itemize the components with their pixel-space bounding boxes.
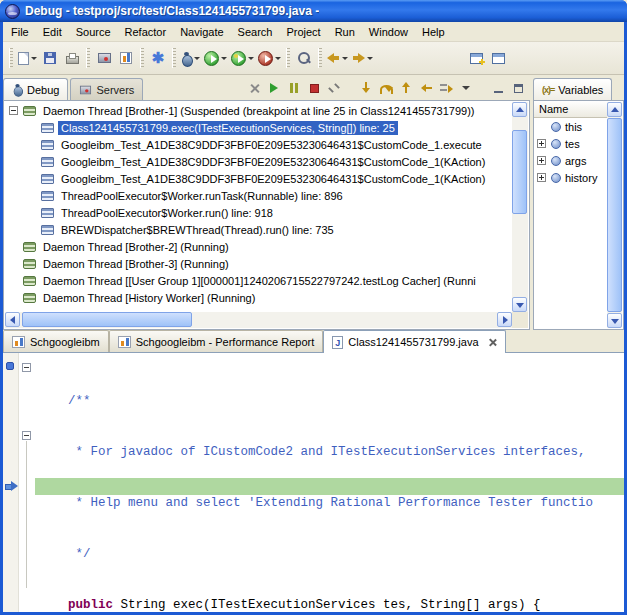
code-line[interactable]: /** — [38, 393, 624, 410]
save-button[interactable] — [39, 46, 61, 70]
scrollbar-thumb[interactable] — [607, 118, 622, 312]
toolbar-group-handle — [172, 48, 176, 68]
stack-frame-icon — [41, 174, 54, 184]
code-line[interactable]: public String exec(ITestExecutionService… — [38, 597, 624, 612]
external-tools-button[interactable] — [256, 46, 283, 70]
profile-button[interactable] — [229, 46, 256, 70]
dropdown-arrow-icon — [31, 57, 37, 60]
scrollbar-thumb[interactable] — [22, 312, 192, 327]
editor-tab-class-java[interactable]: Class1241455731799.java — [323, 330, 505, 353]
use-step-filters-button[interactable] — [437, 79, 455, 97]
tree-row[interactable]: ThreadPoolExecutor$Worker.runTask(Runnab… — [5, 187, 512, 204]
run-button[interactable] — [202, 46, 229, 70]
tab-servers[interactable]: Servers — [70, 78, 143, 100]
step-return-button[interactable] — [397, 79, 415, 97]
performance-test-icon — [12, 336, 25, 348]
tree-row[interactable]: Daemon Thread [Brother-2] (Running) — [5, 238, 512, 255]
debug-tree-body: Daemon Thread [Brother-1] (Suspended (br… — [3, 100, 530, 330]
scroll-down-button[interactable] — [607, 313, 622, 328]
eclipse-logo-icon[interactable] — [5, 4, 20, 19]
search-button[interactable] — [293, 46, 315, 70]
step-over-button[interactable] — [377, 79, 395, 97]
menubar: File Edit Source Refactor Navigate Searc… — [3, 22, 624, 42]
drop-to-frame-icon — [421, 83, 432, 93]
editor-marker-bar[interactable] — [3, 353, 19, 612]
fold-toggle[interactable] — [22, 431, 31, 440]
titlebar[interactable]: Debug - testproj/src/test/Class124145573… — [0, 0, 627, 22]
scroll-up-button[interactable] — [512, 102, 527, 117]
remove-all-terminated-button[interactable] — [245, 79, 263, 97]
record-test-button[interactable] — [93, 46, 115, 70]
show-view-button[interactable] — [487, 46, 509, 70]
close-tab-icon[interactable] — [488, 338, 497, 347]
disconnect-button[interactable] — [325, 79, 343, 97]
menu-run[interactable]: Run — [328, 24, 362, 40]
tree-row[interactable]: Googleibm_Test_A1DE38C9DDF3FBF0E209E5323… — [5, 153, 512, 170]
new-wizard-button[interactable]: ✱ — [147, 46, 169, 70]
menu-refactor[interactable]: Refactor — [118, 24, 174, 40]
menu-navigate[interactable]: Navigate — [173, 24, 230, 40]
open-perspective-button[interactable] — [465, 46, 487, 70]
tree-row[interactable]: Daemon Thread [History Worker] (Running) — [5, 289, 512, 306]
menu-source[interactable]: Source — [69, 24, 118, 40]
scroll-down-button[interactable] — [512, 297, 527, 312]
tree-row[interactable]: Googleibm_Test_A1DE38C9DDF3FBF0E209E5323… — [5, 136, 512, 153]
forward-button[interactable] — [350, 46, 375, 70]
editor-tab-performance-report[interactable]: Schgoogleibm - Performance Report — [109, 330, 324, 352]
tab-variables[interactable]: (x)= Variables — [533, 78, 612, 100]
maximize-view-button[interactable] — [509, 79, 527, 97]
code-line[interactable]: * For javadoc of ICustomCode2 and ITestE… — [38, 444, 624, 461]
column-header-name[interactable]: Name — [534, 101, 607, 118]
editor-tab-schgoogleibm[interactable]: Schgoogleibm — [3, 330, 109, 352]
expand-toggle[interactable] — [537, 156, 546, 165]
tab-debug[interactable]: Debug — [3, 78, 68, 100]
fold-toggle[interactable] — [22, 363, 31, 372]
debug-vertical-scrollbar[interactable] — [512, 102, 528, 312]
terminate-button[interactable] — [305, 79, 323, 97]
print-icon — [66, 56, 79, 64]
tree-row[interactable]: Googleibm_Test_A1DE38C9DDF3FBF0E209E5323… — [5, 170, 512, 187]
scrollbar-thumb[interactable] — [512, 130, 527, 214]
tree-row[interactable]: ThreadPoolExecutor$Worker.run() line: 91… — [5, 204, 512, 221]
debug-horizontal-scrollbar[interactable] — [5, 312, 512, 328]
back-button[interactable] — [325, 46, 350, 70]
collapse-toggle[interactable] — [9, 106, 18, 115]
editor-folding-bar[interactable] — [19, 353, 35, 612]
expand-toggle[interactable] — [537, 173, 546, 182]
print-button[interactable] — [61, 46, 83, 70]
dropdown-arrow-icon — [194, 57, 200, 60]
tree-row[interactable]: BREWDispatcher$BREWThread(Thread).run() … — [5, 221, 512, 238]
scroll-up-button[interactable] — [607, 102, 622, 117]
debug-button[interactable] — [179, 46, 202, 70]
tree-row[interactable]: Daemon Thread [Brother-3] (Running) — [5, 255, 512, 272]
scroll-right-button[interactable] — [497, 312, 512, 327]
tree-row[interactable]: Daemon Thread [Brother-1] (Suspended (br… — [5, 102, 512, 119]
dropdown-arrow-icon — [367, 57, 373, 60]
suspend-button[interactable] — [285, 79, 303, 97]
minimize-view-button[interactable] — [489, 79, 507, 97]
drop-to-frame-button[interactable] — [417, 79, 435, 97]
view-menu-button[interactable] — [457, 79, 475, 97]
code-editor[interactable]: /** * For javadoc of ICustomCode2 and IT… — [3, 353, 624, 612]
eclipse-window: Debug - testproj/src/test/Class124145573… — [0, 0, 627, 615]
debug-view: Debug Servers — [3, 76, 530, 330]
new-wizard-menu-button[interactable] — [16, 46, 39, 70]
menu-edit[interactable]: Edit — [36, 24, 69, 40]
menu-project[interactable]: Project — [279, 24, 327, 40]
menu-file[interactable]: File — [4, 24, 36, 40]
menu-help[interactable]: Help — [415, 24, 452, 40]
menu-search[interactable]: Search — [231, 24, 280, 40]
tree-row[interactable]: Class1241455731799.exec(ITestExecutionSe… — [5, 119, 512, 136]
menu-window[interactable]: Window — [362, 24, 415, 40]
variables-view-header: (x)= Variables — [533, 76, 624, 100]
expand-toggle[interactable] — [537, 139, 546, 148]
scroll-left-button[interactable] — [5, 312, 20, 327]
tree-row[interactable]: Daemon Thread [[User Group 1][000001]124… — [5, 272, 512, 289]
resume-button[interactable] — [265, 79, 283, 97]
step-into-button[interactable] — [357, 79, 375, 97]
code-line[interactable]: */ — [38, 546, 624, 563]
stack-frame-icon — [41, 140, 54, 150]
variables-vertical-scrollbar[interactable] — [607, 102, 622, 328]
code-line[interactable]: * Help menu and select 'Extending Ration… — [38, 495, 624, 512]
test-report-button[interactable] — [115, 46, 137, 70]
